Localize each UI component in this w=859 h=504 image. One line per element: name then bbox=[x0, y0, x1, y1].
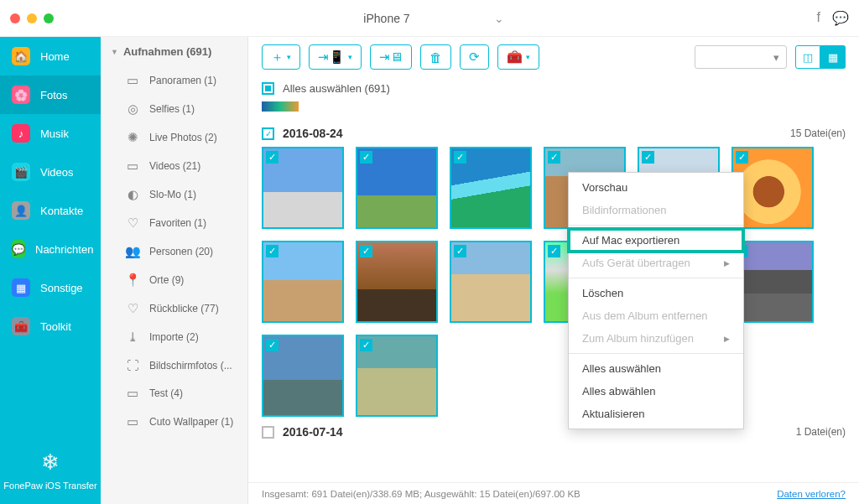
album-icon: 👥 bbox=[124, 244, 141, 259]
sidebar-albums: ▼ Aufnahmen (691) ▭Panoramen (1)◎Selfies… bbox=[101, 37, 248, 504]
view-toggle: ◫ ▦ bbox=[795, 45, 846, 69]
brand: ❄ FonePaw iOS Transfer bbox=[0, 436, 101, 504]
device-selector[interactable]: iPhone 7 ⌄ bbox=[355, 12, 503, 25]
maximize-icon[interactable] bbox=[44, 13, 54, 23]
thumb-checkbox[interactable]: ✓ bbox=[266, 151, 279, 164]
photo-thumb[interactable]: ✓ bbox=[450, 147, 532, 229]
select-all-row[interactable]: Alles auswählen (691) bbox=[262, 77, 846, 98]
album-label: Bildschirmfotos (... bbox=[149, 360, 232, 372]
view-large-grid-button[interactable]: ◫ bbox=[795, 45, 820, 69]
thumb-checkbox[interactable]: ✓ bbox=[266, 245, 279, 257]
sidebar-item-fotos[interactable]: 🌸Fotos bbox=[0, 75, 101, 114]
album-item[interactable]: 📍Orte (9) bbox=[101, 266, 247, 294]
export-to-computer-button[interactable]: ⇥🖥 bbox=[370, 44, 412, 70]
thumb-checkbox[interactable]: ✓ bbox=[548, 245, 560, 257]
ctx-info: Bildinformationen bbox=[569, 199, 743, 221]
album-item[interactable]: ⛶Bildschirmfotos (... bbox=[101, 351, 247, 379]
album-icon: ▭ bbox=[124, 73, 141, 88]
thumb-checkbox[interactable]: ✓ bbox=[736, 151, 748, 164]
album-item[interactable]: ◐Slo-Mo (1) bbox=[101, 180, 247, 209]
close-icon[interactable] bbox=[10, 13, 20, 23]
sort-select[interactable]: ▾ bbox=[695, 45, 787, 69]
photo-thumb[interactable]: ✓ bbox=[262, 241, 344, 323]
add-button[interactable]: ＋▾ bbox=[262, 44, 300, 70]
album-icon: ⤓ bbox=[124, 330, 141, 345]
thumb-checkbox[interactable]: ✓ bbox=[360, 245, 372, 257]
window-controls bbox=[10, 13, 54, 23]
photo-thumb[interactable]: ✓ bbox=[356, 241, 438, 323]
ctx-delete[interactable]: Löschen bbox=[569, 282, 743, 304]
album-label: Cuto Wallpaper (1) bbox=[149, 416, 233, 428]
album-icon: ▭ bbox=[124, 414, 141, 429]
ctx-export-mac[interactable]: Auf Mac exportieren bbox=[569, 229, 743, 252]
album-item[interactable]: ♡Favoriten (1) bbox=[101, 209, 247, 237]
facebook-icon[interactable]: f bbox=[817, 10, 820, 26]
album-icon: ♡ bbox=[124, 216, 141, 231]
ctx-deselect-all[interactable]: Alles abwählen bbox=[569, 380, 743, 403]
minimize-icon[interactable] bbox=[27, 13, 37, 23]
group-date: 2016-07-14 bbox=[283, 425, 343, 439]
thumb-checkbox[interactable]: ✓ bbox=[454, 151, 466, 164]
group-header[interactable]: ✓2016-08-2415 Datei(en) bbox=[262, 118, 846, 147]
ctx-select-all[interactable]: Alles auswählen bbox=[569, 357, 743, 380]
group-header[interactable]: 2016-07-141 Datei(en) bbox=[262, 417, 846, 445]
sidebar-item-toolkit[interactable]: 🧰Toolkit bbox=[0, 307, 101, 346]
export-to-device-button[interactable]: ⇥📱▾ bbox=[309, 44, 362, 70]
data-lost-link[interactable]: Daten verloren? bbox=[777, 489, 846, 499]
group-count: 1 Datei(en) bbox=[796, 426, 846, 438]
album-item[interactable]: ▭Videos (21) bbox=[101, 152, 247, 180]
feedback-icon[interactable]: 💬 bbox=[832, 10, 849, 26]
thumb-checkbox[interactable]: ✓ bbox=[642, 151, 654, 164]
thumb-checkbox[interactable]: ✓ bbox=[454, 245, 466, 257]
toolbox-button[interactable]: 🧰▾ bbox=[497, 44, 539, 70]
album-label: Panoramen (1) bbox=[149, 75, 216, 86]
sidebar-item-home[interactable]: 🏠Home bbox=[0, 37, 101, 75]
album-icon: 📍 bbox=[124, 273, 141, 288]
albums-header[interactable]: ▼ Aufnahmen (691) bbox=[101, 37, 247, 66]
album-label: Live Photos (2) bbox=[149, 132, 217, 143]
group-checkbox[interactable]: ✓ bbox=[262, 127, 274, 140]
album-item[interactable]: ✺Live Photos (2) bbox=[101, 123, 247, 152]
album-icon: ▭ bbox=[124, 158, 141, 174]
album-item[interactable]: ♡Rückblicke (77) bbox=[101, 294, 247, 323]
album-item[interactable]: ⤓Importe (2) bbox=[101, 323, 247, 351]
thumb-checkbox[interactable]: ✓ bbox=[548, 151, 560, 164]
view-small-grid-button[interactable]: ▦ bbox=[820, 45, 846, 69]
photo-thumb[interactable]: ✓ bbox=[262, 335, 344, 417]
album-label: Importe (2) bbox=[149, 331, 199, 343]
album-item[interactable]: ▭Test (4) bbox=[101, 379, 247, 408]
photo-scroll[interactable]: Alles auswählen (691) ✓2016-08-2415 Date… bbox=[248, 77, 859, 482]
album-label: Videos (21) bbox=[149, 160, 200, 172]
album-item[interactable]: 👥Personen (20) bbox=[101, 237, 247, 266]
thumb-checkbox[interactable]: ✓ bbox=[266, 339, 279, 351]
sidebar-item-videos[interactable]: 🎬Videos bbox=[0, 153, 101, 191]
status-bar: Insgesamt: 691 Datei(en)/338.69 MB; Ausg… bbox=[248, 482, 859, 504]
brand-icon: ❄ bbox=[3, 449, 97, 475]
refresh-button[interactable]: ⟳ bbox=[460, 44, 489, 70]
sidebar-item-musik[interactable]: ♪Musik bbox=[0, 114, 101, 153]
photo-thumb[interactable]: ✓ bbox=[356, 147, 438, 229]
ctx-refresh[interactable]: Aktualisieren bbox=[569, 403, 743, 425]
photo-thumb[interactable]: ✓ bbox=[450, 241, 532, 323]
album-label: Favoriten (1) bbox=[149, 217, 206, 229]
sidebar-item-sonstige[interactable]: ▦Sonstige bbox=[0, 268, 101, 307]
group-checkbox[interactable] bbox=[262, 426, 274, 439]
photo-thumb[interactable]: ✓ bbox=[262, 147, 344, 229]
ctx-preview[interactable]: Vorschau bbox=[569, 176, 743, 199]
album-item[interactable]: ▭Panoramen (1) bbox=[101, 66, 247, 95]
album-icon: ♡ bbox=[124, 301, 141, 316]
thumb-checkbox[interactable]: ✓ bbox=[360, 151, 372, 164]
sidebar-item-nachrichten[interactable]: 💬Nachrichten bbox=[0, 230, 101, 268]
group-count: 15 Datei(en) bbox=[790, 127, 846, 139]
timeline-strip[interactable] bbox=[262, 101, 299, 112]
chevron-down-icon: ⌄ bbox=[494, 12, 504, 25]
disclosure-icon: ▼ bbox=[111, 48, 118, 56]
album-item[interactable]: ◎Selfies (1) bbox=[101, 95, 247, 123]
device-name: iPhone 7 bbox=[363, 12, 409, 25]
delete-button[interactable]: 🗑 bbox=[420, 44, 451, 70]
album-item[interactable]: ▭Cuto Wallpaper (1) bbox=[101, 408, 247, 436]
sidebar-item-kontakte[interactable]: 👤Kontakte bbox=[0, 191, 101, 230]
select-all-checkbox[interactable] bbox=[262, 82, 274, 95]
photo-thumb[interactable]: ✓ bbox=[356, 335, 438, 417]
thumb-checkbox[interactable]: ✓ bbox=[360, 339, 372, 351]
